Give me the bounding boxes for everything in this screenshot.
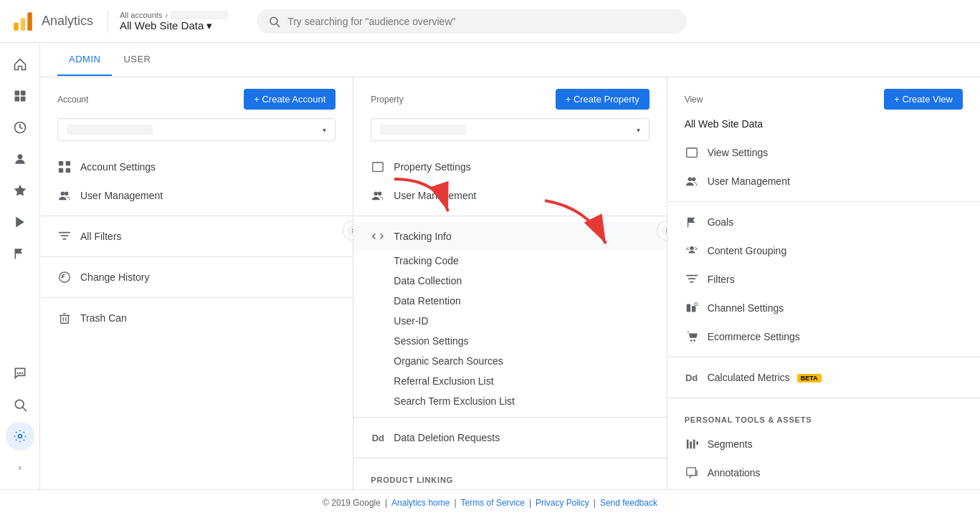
- property-divider-3: [353, 458, 666, 458]
- content-grouping-icon: [685, 244, 699, 258]
- admin-columns: Account + Create Account ▾: [40, 77, 980, 489]
- all-filters-label: All Filters: [80, 231, 122, 242]
- search-term-exclusion-item[interactable]: Search Term Exclusion List: [353, 391, 666, 411]
- account-column: Account + Create Account ▾: [40, 77, 353, 489]
- rect-property-icon: [371, 160, 385, 174]
- data-deletion-label: Data Deletion Requests: [394, 432, 500, 443]
- dd-view-icon: Dd: [685, 370, 699, 385]
- terms-of-service-link[interactable]: Terms of Service: [461, 498, 525, 508]
- data-collection-item[interactable]: Data Collection: [353, 271, 666, 291]
- channel-icon: [685, 301, 699, 315]
- account-divider-3: [40, 297, 353, 298]
- sidebar-item-admin[interactable]: [6, 422, 34, 451]
- trash-can-item[interactable]: Trash Can: [40, 304, 353, 332]
- account-selector[interactable]: All Web Site Data ▾: [120, 19, 228, 32]
- content-grouping-item[interactable]: Content Grouping: [667, 236, 980, 265]
- svg-point-18: [18, 435, 22, 438]
- property-selector-dropdown[interactable]: ▾: [371, 118, 649, 141]
- property-col-label: Property: [371, 95, 403, 105]
- search-input[interactable]: [287, 16, 675, 27]
- privacy-policy-link[interactable]: Privacy Policy: [536, 498, 589, 508]
- sidebar-expand-btn[interactable]: ›: [6, 453, 34, 482]
- data-retention-item[interactable]: Data Retention: [353, 291, 666, 311]
- gear-icon: [13, 429, 27, 443]
- sidebar-item-acquisition[interactable]: [6, 176, 34, 205]
- sidebar-item-dashboard[interactable]: [6, 82, 34, 110]
- tab-user[interactable]: USER: [112, 44, 162, 76]
- svg-line-17: [22, 408, 26, 411]
- grid-icon: [57, 160, 72, 174]
- sidebar-nav: ›: [0, 43, 40, 489]
- user-management-view-item[interactable]: User Management: [667, 167, 980, 196]
- logo-area: Analytics: [11, 10, 108, 33]
- sidebar-item-behavior[interactable]: [6, 208, 34, 236]
- tracking-code-item[interactable]: Tracking Code: [353, 251, 666, 271]
- svg-rect-0: [14, 22, 18, 30]
- account-settings-item[interactable]: Account Settings: [40, 153, 353, 181]
- sidebar-item-audience[interactable]: [6, 145, 34, 173]
- session-settings-item[interactable]: Session Settings: [353, 331, 666, 351]
- customize-icon: [13, 366, 27, 380]
- footer: © 2019 Google | Analytics home | Terms o…: [0, 489, 980, 515]
- change-history-item[interactable]: Change History: [40, 263, 353, 292]
- svg-rect-2: [27, 12, 32, 31]
- svg-point-14: [19, 372, 21, 375]
- svg-point-48: [690, 246, 693, 250]
- view-settings-item[interactable]: View Settings: [667, 138, 980, 167]
- account-selector-dropdown[interactable]: ▾: [57, 118, 336, 141]
- dashboard-icon: [13, 89, 27, 103]
- user-id-item[interactable]: User-ID: [353, 311, 666, 331]
- tab-bar: ADMIN USER: [40, 43, 980, 77]
- calculated-metrics-item[interactable]: Dd Calculated Metrics BETA: [667, 363, 980, 392]
- create-property-button[interactable]: + Create Property: [556, 89, 650, 110]
- tab-admin[interactable]: ADMIN: [57, 44, 112, 76]
- annotations-item[interactable]: Annotations: [667, 458, 980, 487]
- user-management-property-item[interactable]: User Management: [353, 181, 666, 210]
- view-column: View + Create View All Web Site Data Vie…: [667, 77, 980, 489]
- footer-copyright: © 2019 Google: [323, 498, 381, 508]
- svg-rect-26: [61, 315, 69, 323]
- calculated-metrics-label: Calculated Metrics BETA: [708, 372, 822, 383]
- svg-line-4: [277, 24, 280, 27]
- sidebar-item-customize[interactable]: [6, 359, 34, 388]
- user-management-account-label: User Management: [80, 190, 163, 201]
- property-col-header: Property + Create Property: [353, 89, 666, 118]
- personal-tools-label: PERSONAL TOOLS & ASSETS: [667, 404, 980, 430]
- sidebar-item-search[interactable]: [6, 390, 34, 419]
- search-bar[interactable]: [257, 9, 687, 34]
- user-management-account-item[interactable]: User Management: [40, 181, 353, 210]
- referral-exclusion-item[interactable]: Referral Exclusion List: [353, 371, 666, 391]
- analytics-home-link[interactable]: Analytics home: [391, 498, 449, 508]
- organic-search-item[interactable]: Organic Search Sources: [353, 351, 666, 371]
- segments-item[interactable]: Segments: [667, 430, 980, 458]
- create-account-button[interactable]: + Create Account: [244, 89, 336, 110]
- trash-icon: [57, 311, 72, 325]
- view-divider-2: [667, 357, 980, 357]
- create-view-button[interactable]: + Create View: [884, 89, 963, 110]
- sidebar-item-realtime[interactable]: [6, 113, 34, 142]
- sidebar-item-conversions[interactable]: [6, 239, 34, 268]
- sidebar-item-home[interactable]: [6, 50, 34, 79]
- svg-rect-49: [686, 304, 690, 312]
- goals-label: Goals: [708, 216, 734, 228]
- tracking-info-item[interactable]: Tracking Info: [353, 222, 666, 251]
- property-settings-item[interactable]: Property Settings: [353, 153, 666, 181]
- channel-settings-item[interactable]: Channel Settings: [667, 294, 980, 322]
- flag-view-icon: [685, 215, 699, 229]
- user-management-view-label: User Management: [708, 175, 790, 187]
- svg-point-33: [374, 192, 378, 196]
- view-divider-1: [667, 201, 980, 202]
- ecommerce-settings-item[interactable]: Ecommerce Settings: [667, 322, 980, 351]
- change-history-label: Change History: [80, 271, 150, 283]
- all-filters-item[interactable]: All Filters: [40, 222, 353, 251]
- goals-item[interactable]: Goals: [667, 208, 980, 236]
- account-divider-2: [40, 256, 353, 257]
- filters-view-item[interactable]: Filters: [667, 265, 980, 294]
- send-feedback-link[interactable]: Send feedback: [600, 498, 657, 508]
- svg-rect-7: [14, 97, 19, 102]
- data-deletion-item[interactable]: Dd Data Deletion Requests: [353, 423, 666, 452]
- search2-icon: [13, 398, 27, 412]
- trash-can-label: Trash Can: [80, 312, 127, 324]
- property-divider-2: [353, 417, 666, 418]
- svg-marker-11: [16, 217, 24, 228]
